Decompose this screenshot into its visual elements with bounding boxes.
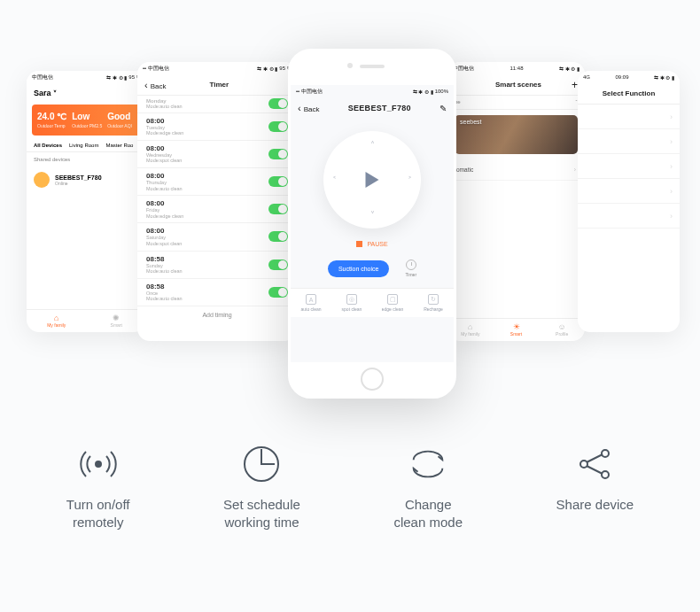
nav-bar: Select Function <box>578 83 680 105</box>
timer-row[interactable]: 08:00WednesdayMode:spot clean <box>137 141 297 168</box>
phone-home: 中国电信 ⇆ ✱ ⚙ ▮95 % Sara 24.0 ℃Outdoor Temp… <box>27 71 146 332</box>
scene-name: seebest <box>460 119 482 125</box>
toggle-switch[interactable] <box>268 98 288 109</box>
feature-power: Turn on/offremotely <box>66 443 130 532</box>
page-title: Smart scenes <box>495 81 541 89</box>
add-timing-button[interactable]: Add timing <box>137 306 297 323</box>
function-row[interactable] <box>578 204 680 229</box>
timer-row[interactable]: 08:00FridayMode:edge clean <box>137 196 297 223</box>
svg-point-3 <box>602 450 609 457</box>
section-scene[interactable]: ne˅ <box>447 96 585 110</box>
feature-label: Turn on/offremotely <box>66 496 130 532</box>
toggle-switch[interactable] <box>268 149 288 159</box>
section-automatic[interactable]: omatic <box>447 159 585 181</box>
phone-control: •• 中国电信 ⇆ ✱ ⚙ ▮100% Back SEEBEST_F780 ✎ … <box>288 49 456 399</box>
timer-row[interactable]: 08:00ThursdayMode:auto clean <box>137 168 297 196</box>
dpad-down[interactable]: ˅ <box>370 210 375 220</box>
weather-pm: Low <box>72 112 102 121</box>
home-icon: ⌂ <box>468 323 472 331</box>
function-row[interactable] <box>578 179 680 204</box>
feature-label: Set scheduleworking time <box>223 496 300 532</box>
svg-point-0 <box>96 461 101 467</box>
toggle-switch[interactable] <box>268 176 288 187</box>
share-icon <box>573 443 616 485</box>
room-tabs: All Devices Living Room Master Roo <box>27 139 146 152</box>
back-button[interactable]: Back <box>144 80 167 90</box>
user-dropdown[interactable]: Sara <box>27 83 146 103</box>
nav-bar: Back Timer <box>137 74 297 96</box>
recharge-icon: ↻ <box>428 294 439 305</box>
toggle-switch[interactable] <box>268 260 288 270</box>
weather-aqi: Good <box>107 112 132 121</box>
feature-label: Changeclean mode <box>393 496 463 532</box>
stop-icon <box>356 241 362 247</box>
phone-showcase: 中国电信 ⇆ ✱ ⚙ ▮95 % Sara 24.0 ℃Outdoor Temp… <box>0 0 700 407</box>
timer-row[interactable]: 08:58SundayMode:auto clean <box>137 252 297 279</box>
bottom-nav: ⌂My family ✺Smart <box>27 309 146 332</box>
dpad-left[interactable]: ˂ <box>332 175 337 185</box>
edge-icon: ▢ <box>387 294 398 305</box>
timer-row[interactable]: 08:00TuesdayMode:edge clean <box>137 113 297 141</box>
mode-auto-clean[interactable]: Aauto clean <box>291 289 331 317</box>
camera-icon <box>347 63 353 68</box>
device-row[interactable]: SEEBEST_F780 Online <box>27 167 146 193</box>
status-bar: 中国电信 ⇆ ✱ ⚙ ▮95 % <box>27 71 146 83</box>
nav-smart[interactable]: ☀Smart <box>494 319 540 341</box>
feature-share: Share device <box>556 443 634 532</box>
home-button[interactable] <box>291 362 454 396</box>
scene-card[interactable]: seebest <box>455 115 578 154</box>
function-row[interactable] <box>578 105 680 129</box>
timer-row[interactable]: 08:00SaturdayMode:spot clean <box>137 223 297 251</box>
sun-icon: ☀ <box>513 323 520 331</box>
bottom-nav: ⌂My family ☀Smart ☺Profile <box>447 318 585 341</box>
play-button[interactable] <box>366 172 379 188</box>
toggle-switch[interactable] <box>268 204 288 214</box>
timer-button[interactable]: Timer <box>405 260 416 277</box>
suction-choice-button[interactable]: Suction choice <box>328 260 390 277</box>
nav-bar: Smart scenes + <box>447 74 585 96</box>
edit-icon[interactable]: ✎ <box>439 104 447 113</box>
mode-spot-clean[interactable]: ◎spot clean <box>331 289 372 317</box>
toggle-switch[interactable] <box>268 287 288 298</box>
page-title: Select Function <box>603 89 656 97</box>
auto-icon: A <box>306 294 316 305</box>
clock-icon <box>240 443 283 485</box>
device-status: Online <box>55 181 102 186</box>
feature-schedule: Set scheduleworking time <box>223 443 300 532</box>
carrier: 中国电信 <box>32 74 53 81</box>
gear-icon: ✺ <box>113 314 120 322</box>
mode-bar: Aauto clean ◎spot clean ▢edge clean ↻Rec… <box>291 288 454 317</box>
function-row[interactable] <box>578 154 680 179</box>
weather-card[interactable]: 24.0 ℃Outdoor Temp LowOutdoor PM2.5 Good… <box>32 105 141 136</box>
mode-recharge[interactable]: ↻Recharge <box>413 289 454 317</box>
user-icon: ☺ <box>558 323 566 331</box>
weather-temp: 24.0 ℃ <box>37 112 66 121</box>
timer-row[interactable]: MondayMode:auto clean <box>137 96 297 113</box>
direction-pad: ˄ ˅ ˂ ˃ <box>323 131 421 229</box>
phone-bezel <box>291 51 454 85</box>
add-scene-button[interactable]: + <box>572 79 578 91</box>
nav-my-family[interactable]: ⌂My family <box>27 310 87 332</box>
dpad-right[interactable]: ˃ <box>408 175 412 185</box>
swap-icon <box>407 443 449 485</box>
status-bar: 中国电信 11:48 ⇆ ✱ ⚙ ▮ <box>447 62 585 74</box>
back-button[interactable]: Back <box>298 103 320 113</box>
mode-edge-clean[interactable]: ▢edge clean <box>372 289 413 317</box>
toggle-switch[interactable] <box>268 121 288 132</box>
tab-all-devices[interactable]: All Devices <box>34 143 62 148</box>
clock-icon <box>406 260 416 270</box>
function-row[interactable] <box>578 129 680 154</box>
toggle-switch[interactable] <box>268 231 288 242</box>
phone-select-function: 4G09:09⇆ ✱ ⚙ ▮ Select Function <box>578 71 680 332</box>
feature-mode: Changeclean mode <box>393 443 463 532</box>
phone-timer: •• 中国电信 ⇆ ✱ ⚙ ▮95 % Back Timer MondayMod… <box>137 62 297 341</box>
timer-row[interactable]: 08:58OnceMode:auto clean <box>137 279 297 306</box>
tab-master-room[interactable]: Master Roo <box>105 143 133 148</box>
tab-living-room[interactable]: Living Room <box>69 143 98 148</box>
dpad-up[interactable]: ˄ <box>370 140 375 150</box>
device-name: SEEBEST_F780 <box>55 174 102 181</box>
pause-indicator[interactable]: PAUSE <box>291 241 454 247</box>
device-icon <box>34 172 50 188</box>
spot-icon: ◎ <box>346 294 357 305</box>
nav-bar: Back SEEBEST_F780 ✎ <box>291 97 454 119</box>
